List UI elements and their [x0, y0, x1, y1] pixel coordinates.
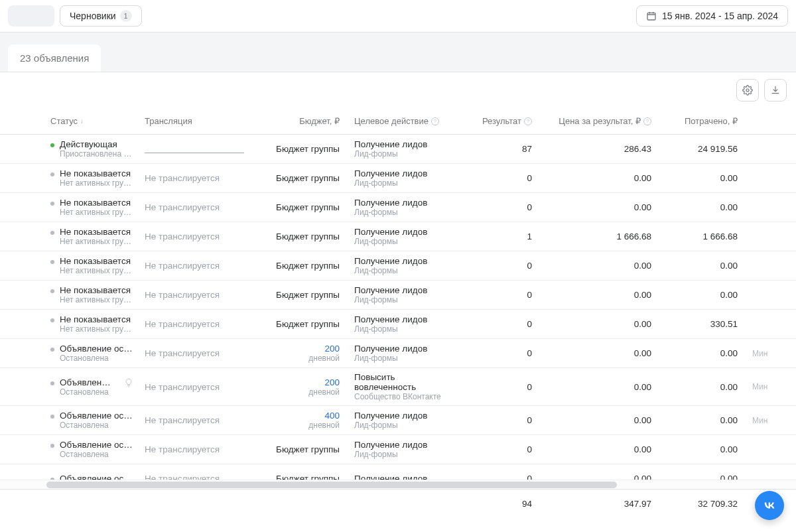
- price-value: 0.00: [634, 382, 651, 392]
- table-row[interactable]: Не показываетсяНет активных групп объявл…: [0, 281, 796, 310]
- budget-period: дневной: [251, 387, 340, 397]
- horizontal-scrollbar[interactable]: [0, 480, 796, 489]
- budget-amount[interactable]: 200: [251, 377, 340, 387]
- budget-value: Бюджет группы: [276, 232, 340, 241]
- status-dot: [50, 172, 54, 176]
- data-grid: Статус↓ Трансляция Бюджет, ₽ Целевое дей…: [0, 108, 796, 518]
- vk-help-fab[interactable]: [755, 491, 784, 520]
- header-status[interactable]: Статус↓: [0, 116, 139, 126]
- hint-bulb-icon[interactable]: [123, 377, 134, 388]
- table-row[interactable]: Не показываетсяНет активных групп объявл…: [0, 310, 796, 339]
- status-sub: Остановлена: [60, 421, 134, 430]
- target-main: Получение лидов: [354, 474, 459, 480]
- header-result[interactable]: Результат?: [464, 116, 537, 126]
- status-sub: Нет активных групп объявлений: [60, 295, 134, 304]
- total-result: 94: [522, 499, 532, 509]
- budget-value: Бюджет группы: [276, 202, 340, 212]
- status-main: Действующая: [60, 139, 134, 149]
- table-row[interactable]: Не показываетсяНет активных групп объявл…: [0, 193, 796, 222]
- spent-value: 0.00: [720, 290, 738, 300]
- status-dot: [50, 143, 54, 147]
- help-icon[interactable]: ?: [431, 117, 439, 125]
- header-price[interactable]: Цена за результат, ₽?: [537, 116, 657, 126]
- table-row[interactable]: ДействующаяПриостановлена по дневному л.…: [0, 135, 796, 164]
- budget-amount[interactable]: 400: [251, 411, 340, 421]
- extra-label: Мин: [752, 349, 767, 358]
- table-row[interactable]: Объявление остановленоНе транслируетсяБю…: [0, 464, 796, 480]
- spent-value: 0.00: [720, 444, 738, 454]
- status-dot: [50, 318, 54, 322]
- sort-down-icon: ↓: [80, 117, 84, 125]
- table-row[interactable]: Не показываетсяНет активных групп объявл…: [0, 251, 796, 281]
- status-main: Не показывается: [60, 285, 134, 295]
- target-sub: Лид-формы: [354, 295, 459, 304]
- status-dot: [50, 348, 54, 352]
- sub-bar: 23 объявления: [0, 33, 796, 72]
- budget-amount[interactable]: 200: [251, 344, 340, 354]
- table-row[interactable]: Объявление остановленоОстановленаНе тран…: [0, 406, 796, 435]
- target-main: Получение лидов: [354, 285, 459, 295]
- target-main: Получение лидов: [354, 344, 459, 354]
- status-sub: Нет активных групп объявлений: [60, 324, 134, 334]
- price-value: 0.00: [634, 319, 651, 329]
- result-value: 0: [527, 290, 532, 300]
- spent-value: 0.00: [720, 348, 738, 358]
- header-budget[interactable]: Бюджет, ₽: [245, 116, 345, 126]
- status-main: Объявление остановлено: [60, 440, 134, 450]
- broadcast-text: Не транслируется: [145, 290, 220, 300]
- status-dot: [50, 415, 54, 419]
- status-main: Не показывается: [60, 168, 134, 178]
- settings-button[interactable]: [736, 79, 759, 101]
- status-sub: Приостановлена по дневному л...: [60, 149, 134, 159]
- spent-value: 0.00: [720, 415, 738, 425]
- extra-label: Мин: [752, 382, 767, 391]
- table-row[interactable]: Объявление остановленоОстановленаНе тран…: [0, 435, 796, 464]
- tab-ads[interactable]: 23 объявления: [8, 44, 101, 72]
- result-value: 0: [527, 474, 532, 480]
- table-row[interactable]: Объявление остано...ОстановленаНе трансл…: [0, 368, 796, 406]
- broadcast-text: Не транслируется: [145, 382, 220, 392]
- header-spent[interactable]: Потрачено, ₽: [657, 116, 743, 126]
- broadcast-text: Не транслируется: [145, 444, 220, 454]
- table-row[interactable]: Не показываетсяНет активных групп объявл…: [0, 222, 796, 251]
- target-sub: Лид-формы: [354, 421, 459, 430]
- status-main: Не показывается: [60, 198, 134, 208]
- drafts-count: 1: [120, 10, 132, 22]
- result-value: 0: [527, 444, 532, 454]
- drafts-chip[interactable]: Черновики 1: [60, 5, 142, 27]
- spent-value: 0.00: [720, 173, 738, 183]
- result-value: 1: [527, 232, 532, 241]
- status-main: Объявление остано...: [60, 377, 114, 387]
- status-main: Объявление остановлено: [60, 474, 134, 480]
- target-main: Получение лидов: [354, 227, 459, 237]
- table-row[interactable]: Объявление остановленоОстановленаНе тран…: [0, 339, 796, 368]
- result-value: 0: [527, 348, 532, 358]
- total-price: 347.97: [624, 499, 651, 509]
- spent-value: 0.00: [720, 382, 738, 392]
- header-target[interactable]: Целевое действие?: [345, 116, 464, 126]
- filter-chip-blank[interactable]: [8, 5, 54, 27]
- price-value: 286.43: [624, 144, 651, 154]
- target-main: Получение лидов: [354, 411, 459, 421]
- budget-period: дневной: [251, 354, 340, 363]
- date-range-picker[interactable]: 15 янв. 2024 - 15 апр. 2024: [636, 5, 788, 27]
- target-main: Получение лидов: [354, 198, 459, 208]
- header-trans[interactable]: Трансляция: [139, 116, 245, 126]
- panel: Статус↓ Трансляция Бюджет, ₽ Целевое дей…: [0, 72, 796, 518]
- broadcast-text: Не транслируется: [145, 232, 220, 241]
- help-icon[interactable]: ?: [643, 117, 651, 125]
- help-icon[interactable]: ?: [524, 117, 532, 125]
- price-value: 0.00: [634, 444, 651, 454]
- target-main: Получение лидов: [354, 139, 459, 149]
- result-value: 0: [527, 173, 532, 183]
- target-sub: Лид-формы: [354, 450, 459, 459]
- download-button[interactable]: [764, 79, 787, 101]
- table-row[interactable]: Не показываетсяНет активных групп объявл…: [0, 164, 796, 193]
- target-sub: Сообщество ВКонтакте: [354, 392, 459, 401]
- price-value: 0.00: [634, 261, 651, 271]
- top-bar: Черновики 1 15 янв. 2024 - 15 апр. 2024: [0, 0, 796, 33]
- scrollbar-thumb[interactable]: [46, 482, 617, 488]
- budget-value: Бюджет группы: [276, 144, 340, 154]
- spent-value: 1 666.68: [702, 232, 738, 241]
- broadcast-text: Не транслируется: [145, 319, 220, 329]
